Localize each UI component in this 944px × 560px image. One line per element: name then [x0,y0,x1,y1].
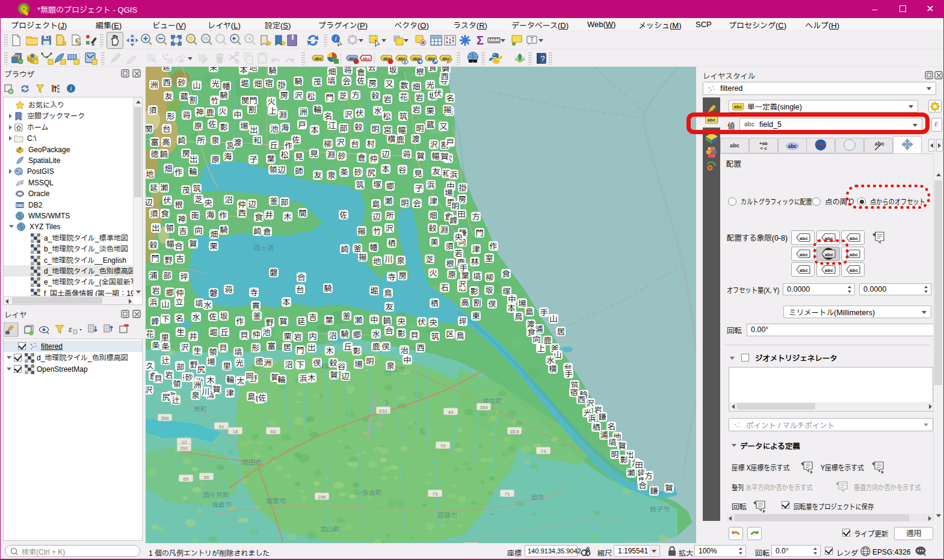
svg-text:場: 場 [518,299,526,308]
svg-text:堀: 堀 [241,79,248,88]
svg-text:騎: 騎 [341,330,348,339]
svg-text:山: 山 [161,300,169,309]
svg-text:会: 会 [413,199,421,208]
svg-text:辺: 辺 [341,372,349,381]
svg-text:名: 名 [175,314,183,323]
svg-text:木: 木 [283,212,291,221]
svg-text:浜: 浜 [449,170,457,179]
svg-text:abc: abc [850,268,858,273]
svg-text:輪: 輪 [226,375,234,384]
svg-text:上: 上 [268,106,276,115]
svg-text:辻: 辻 [171,396,179,405]
svg-text:富里市: 富里市 [266,497,286,505]
svg-text:条: 条 [161,342,169,351]
svg-text:茂: 茂 [313,78,321,87]
svg-text:鎌: 鎌 [650,487,658,496]
svg-text:洲: 洲 [150,81,158,90]
svg-text:石: 石 [440,283,448,292]
svg-text:辻: 辻 [161,356,169,365]
svg-text:賀: 賀 [279,317,287,326]
svg-text:火: 火 [429,269,437,278]
svg-text:貫: 貫 [251,301,259,310]
svg-text:川: 川 [384,255,392,264]
svg-text:佐倉市: 佐倉市 [212,501,232,508]
svg-text:多古町: 多古町 [362,489,382,496]
svg-text:塙: 塙 [234,348,242,357]
svg-text:沢: 沢 [385,224,393,233]
svg-text:作: 作 [489,242,497,251]
svg-text:根: 根 [174,200,182,209]
svg-text:光: 光 [235,358,243,368]
svg-text:央: 央 [397,317,405,326]
svg-text:西: 西 [577,395,585,404]
svg-text:56: 56 [204,475,209,480]
svg-text:根: 根 [416,67,424,76]
svg-text:砂: 砂 [338,152,345,161]
svg-text:芝: 芝 [425,255,433,264]
svg-text:沼: 沼 [224,195,232,205]
svg-text:沼: 沼 [329,331,336,340]
svg-text:沢: 沢 [294,91,302,100]
svg-text:74: 74 [541,449,546,454]
svg-text:芝山町: 芝山町 [320,526,340,533]
svg-text:火: 火 [218,107,226,116]
svg-text:谷: 谷 [338,362,345,371]
svg-text:食: 食 [255,213,263,222]
svg-text:地: 地 [249,67,257,72]
svg-text:数: 数 [400,81,408,90]
svg-text:幅: 幅 [166,239,174,248]
svg-text:穀: 穀 [149,241,157,250]
svg-text:本: 本 [310,126,318,135]
svg-text:部: 部 [339,124,347,133]
svg-text:見: 見 [295,152,303,161]
svg-text:abc: abc [800,252,808,257]
svg-text:71: 71 [505,491,510,497]
svg-text:倉: 倉 [357,68,365,77]
svg-text:芝: 芝 [194,195,202,204]
svg-text:渡: 渡 [412,135,419,144]
svg-text:明: 明 [401,198,409,208]
svg-text:筑: 筑 [431,332,439,341]
svg-text:食: 食 [428,67,437,72]
svg-text:立: 立 [175,298,183,307]
svg-text:影: 影 [397,329,405,338]
svg-text:尻: 尻 [367,168,375,177]
svg-text:栗: 栗 [209,242,217,251]
svg-text:賀: 賀 [665,484,673,493]
svg-text:門: 門 [151,254,159,263]
svg-text:光: 光 [211,79,219,88]
svg-text:畑: 畑 [164,164,172,173]
svg-text:畑: 畑 [412,82,420,91]
svg-text:徳: 徳 [255,357,263,366]
svg-text:水: 水 [372,330,380,339]
svg-text:江: 江 [328,121,336,130]
svg-text:291: 291 [180,446,188,451]
svg-text:銚子市: 銚子市 [650,506,670,513]
svg-text:坪: 坪 [180,272,188,282]
svg-text:本: 本 [381,165,389,174]
svg-text:瀬: 瀬 [354,316,362,325]
svg-text:砂: 砂 [177,78,185,87]
svg-text:蒋: 蒋 [403,150,410,159]
svg-text:中: 中 [403,355,411,365]
svg-text:山: 山 [193,81,200,90]
svg-text:18: 18 [233,429,238,434]
svg-text:根: 根 [446,259,454,268]
svg-text:光: 光 [426,81,434,90]
svg-text:辺: 辺 [146,198,153,207]
svg-text:鹿: 鹿 [372,342,380,351]
svg-text:釜: 釜 [342,312,350,321]
svg-text:abc: abc [850,252,858,257]
svg-text:房: 房 [368,79,376,88]
svg-text:房: 房 [280,91,288,100]
svg-text:方: 方 [472,212,480,221]
svg-text:竹: 竹 [373,227,381,236]
svg-text:俣: 俣 [313,358,321,368]
svg-text:瀬: 瀬 [160,183,168,192]
svg-text:賀: 賀 [189,239,197,248]
svg-text:俣: 俣 [488,300,496,309]
svg-text:泉: 泉 [386,362,394,371]
svg-text:水: 水 [546,356,554,365]
svg-text:騎: 騎 [268,67,276,75]
svg-text:旭市: 旭市 [531,494,544,501]
